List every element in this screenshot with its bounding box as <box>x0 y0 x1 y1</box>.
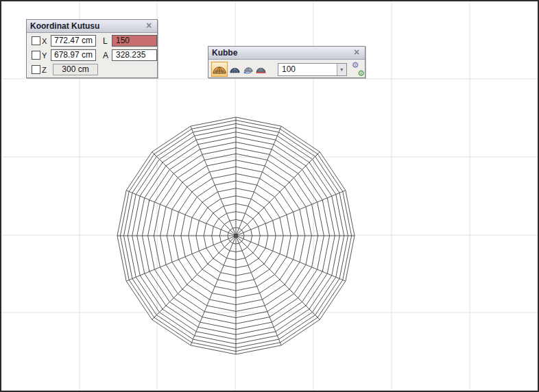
dome-surface-tool-button[interactable] <box>211 62 228 77</box>
y-value-field[interactable]: 678.97 cm <box>51 49 96 61</box>
dome-toolbar-title: Kubbe <box>212 48 352 58</box>
gear-icon: ⚙ <box>357 69 365 78</box>
dome-toolbar-body: 100 ▾ ⚙ ⚙ <box>208 60 365 77</box>
dome-move-tool-button[interactable] <box>242 62 254 77</box>
dome-settings-button[interactable]: ⚙ ⚙ <box>352 62 365 76</box>
coordinate-row-z: Z 300 cm <box>32 64 157 75</box>
dome-center-node <box>234 234 238 238</box>
x-axis-label: X <box>40 37 51 45</box>
dome-segment-combo: 100 ▾ <box>278 63 347 76</box>
z-lock-checkbox[interactable] <box>32 65 40 74</box>
dome-solid-icon <box>230 65 240 74</box>
dome-solid-tool-button[interactable] <box>229 62 241 77</box>
chevron-down-icon: ▾ <box>340 66 343 73</box>
coordinate-row-x: X 772.47 cm L 150 <box>32 35 157 47</box>
z-axis-label: Z <box>40 66 53 74</box>
dome-toolbar-dialog: Kubbe × <box>208 46 366 78</box>
coordinate-row-y: Y 678.97 cm A 328.235 <box>32 49 157 61</box>
dome-base-tool-button[interactable] <box>255 62 267 77</box>
close-icon[interactable]: × <box>144 21 154 31</box>
dome-base-icon <box>256 65 266 74</box>
y-axis-label: Y <box>40 51 51 60</box>
dome-wireframe-icon <box>212 64 227 75</box>
coordinate-box-dialog: Koordinat Kutusu × X 772.47 cm L 150 Y 6… <box>26 19 158 78</box>
dome-move-icon <box>243 65 253 74</box>
dome-toolbar-titlebar[interactable]: Kubbe × <box>208 47 365 60</box>
angle-value-field[interactable]: 328.235 <box>112 49 157 61</box>
y-lock-checkbox[interactable] <box>32 51 40 60</box>
close-icon[interactable]: × <box>352 48 361 58</box>
cad-window: Koordinat Kutusu × X 772.47 cm L 150 Y 6… <box>0 0 539 392</box>
dome-segment-value[interactable]: 100 <box>278 64 337 75</box>
angle-label: A <box>101 51 112 60</box>
combo-dropdown-button[interactable]: ▾ <box>337 64 346 75</box>
length-label: L <box>101 36 112 46</box>
z-value-field[interactable]: 300 cm <box>53 64 98 75</box>
coordinate-box-title: Koordinat Kutusu <box>30 21 144 31</box>
length-value-field[interactable]: 150 <box>112 35 157 47</box>
coordinate-box-titlebar[interactable]: Koordinat Kutusu × <box>27 20 157 33</box>
x-lock-checkbox[interactable] <box>32 36 40 45</box>
x-value-field[interactable]: 772.47 cm <box>51 35 96 47</box>
